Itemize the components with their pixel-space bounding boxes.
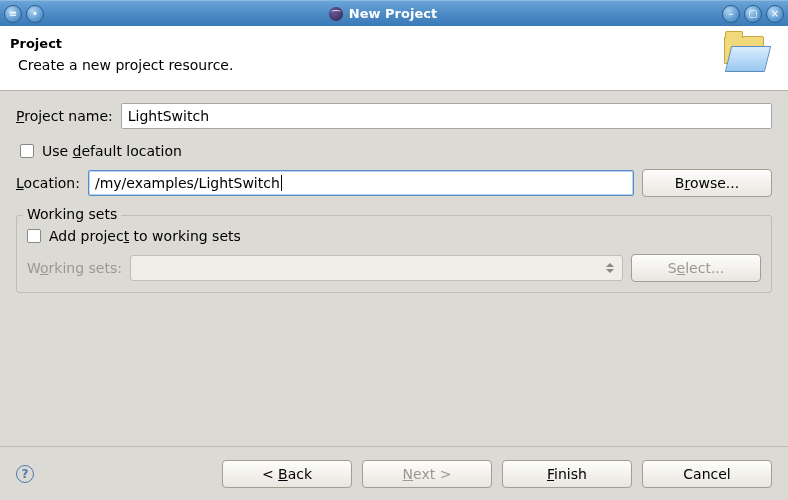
working-sets-combo-label: Working sets: xyxy=(27,260,122,276)
wizard-content: Project name: Use default location Locat… xyxy=(0,91,788,293)
use-default-location-checkbox[interactable] xyxy=(20,144,34,158)
cancel-button[interactable]: Cancel xyxy=(642,460,772,488)
window-title-text: New Project xyxy=(349,6,437,21)
working-sets-combo xyxy=(130,255,623,281)
combo-arrows-icon xyxy=(606,260,616,276)
project-name-label: Project name: xyxy=(16,108,113,124)
minimize-button[interactable]: – xyxy=(722,5,740,23)
use-default-location-label: Use default location xyxy=(42,143,182,159)
window-sticky-button[interactable]: • xyxy=(26,5,44,23)
location-input[interactable]: /my/examples/LightSwitch xyxy=(88,170,634,196)
add-to-working-sets-checkbox[interactable] xyxy=(27,229,41,243)
wizard-header: Project Create a new project resource. xyxy=(0,26,788,91)
window-menu-button[interactable]: ≡ xyxy=(4,5,22,23)
finish-button[interactable]: Finish xyxy=(502,460,632,488)
close-button[interactable]: × xyxy=(766,5,784,23)
location-label: Location: xyxy=(16,175,80,191)
project-name-input[interactable] xyxy=(121,103,772,129)
working-sets-legend: Working sets xyxy=(23,206,121,222)
next-button: Next > xyxy=(362,460,492,488)
select-working-sets-button: Select... xyxy=(631,254,761,282)
browse-button[interactable]: Browse... xyxy=(642,169,772,197)
window-title: New Project xyxy=(44,6,722,21)
wizard-footer: ? < Back Next > Finish Cancel xyxy=(0,446,788,500)
add-to-working-sets-label: Add project to working sets xyxy=(49,228,241,244)
folder-open-icon xyxy=(722,36,770,76)
back-button[interactable]: < Back xyxy=(222,460,352,488)
text-cursor xyxy=(281,175,282,191)
eclipse-icon xyxy=(329,7,343,21)
page-description: Create a new project resource. xyxy=(18,57,233,73)
working-sets-group: Working sets Add project to working sets… xyxy=(16,215,772,293)
page-title: Project xyxy=(10,36,233,51)
help-icon[interactable]: ? xyxy=(16,465,34,483)
window-titlebar: ≡ • New Project – ▢ × xyxy=(0,0,788,26)
maximize-button[interactable]: ▢ xyxy=(744,5,762,23)
